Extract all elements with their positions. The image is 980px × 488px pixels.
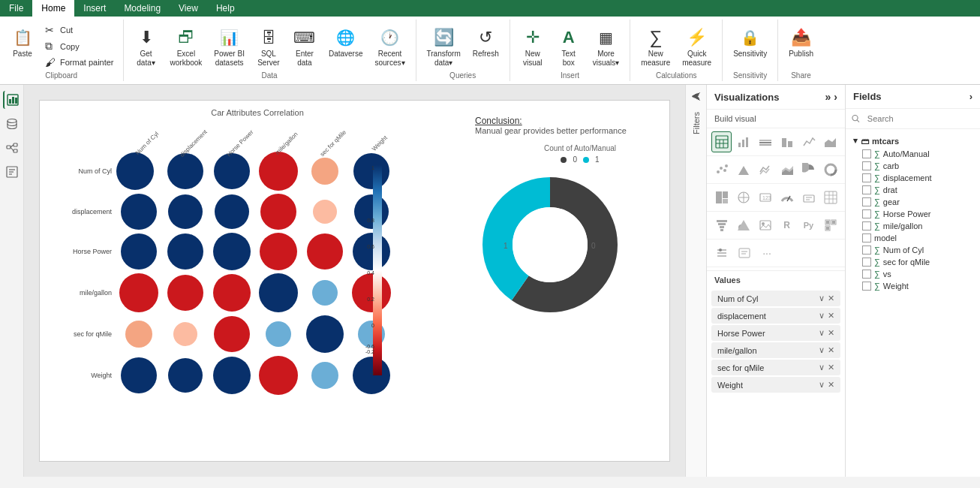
text-box-button[interactable]: A Textbox — [552, 23, 585, 71]
get-data-button[interactable]: ⬇ Getdata▾ — [130, 23, 163, 71]
viz-value-close-0[interactable]: ✕ — [828, 294, 834, 303]
viz-value-close-5[interactable]: ✕ — [828, 380, 834, 390]
new-visual-button[interactable]: ✛ Newvisual — [516, 23, 549, 71]
tab-modeling[interactable]: Modeling — [115, 0, 170, 17]
viz-btn-mountain[interactable] — [733, 159, 753, 180]
viz-btn-pie[interactable] — [798, 159, 819, 180]
viz-btn-bar[interactable] — [733, 131, 753, 152]
fields-item-5[interactable]: ∑ Horse Power — [850, 208, 975, 220]
viz-btn-funnel[interactable] — [711, 215, 732, 236]
fields-checkbox-3[interactable] — [862, 185, 871, 194]
fields-item-8[interactable]: ∑ Num of Cyl — [850, 244, 975, 256]
fields-item-7[interactable]: model — [850, 232, 975, 244]
fields-item-1[interactable]: ∑ carb — [850, 160, 975, 172]
fields-checkbox-8[interactable] — [862, 246, 871, 255]
viz-expand-btn[interactable]: » — [825, 91, 831, 103]
fields-checkbox-7[interactable] — [862, 233, 871, 242]
viz-btn-line2[interactable] — [755, 159, 775, 180]
fields-checkbox-11[interactable] — [862, 282, 871, 291]
fields-checkbox-4[interactable] — [862, 197, 871, 206]
sidebar-icon-dax[interactable] — [3, 163, 21, 181]
viz-btn-shape[interactable] — [733, 215, 753, 236]
viz-value-close-2[interactable]: ✕ — [828, 328, 834, 338]
fields-checkbox-2[interactable] — [862, 173, 871, 182]
fields-checkbox-9[interactable] — [862, 258, 871, 267]
dataverse-button[interactable]: 🌐 Dataverse — [324, 23, 368, 62]
format-painter-button[interactable]: 🖌 Format painter — [42, 55, 117, 70]
viz-btn-smart-narr[interactable] — [734, 242, 755, 264]
viz-btn-image[interactable] — [755, 215, 775, 236]
viz-value-chevron-2[interactable]: ∨ — [819, 328, 825, 338]
fields-item-9[interactable]: ∑ sec for qMile — [850, 256, 975, 268]
fields-checkbox-5[interactable] — [862, 209, 871, 218]
fields-expand-icon[interactable]: › — [969, 91, 972, 102]
fields-item-6[interactable]: ∑ mile/gallon — [850, 220, 975, 232]
transform-data-button[interactable]: 🔄 Transformdata▾ — [422, 23, 465, 71]
viz-value-chevron-3[interactable]: ∨ — [819, 345, 825, 355]
viz-close-btn[interactable]: › — [834, 91, 837, 103]
viz-btn-line[interactable] — [798, 131, 819, 152]
viz-value-close-4[interactable]: ✕ — [828, 363, 834, 372]
viz-btn-matrix[interactable] — [820, 187, 840, 208]
fields-checkbox-10[interactable] — [862, 270, 871, 279]
new-measure-button[interactable]: ∑ Newmeasure — [636, 23, 675, 71]
viz-value-chevron-4[interactable]: ∨ — [819, 363, 825, 372]
viz-value-chevron-1[interactable]: ∨ — [819, 311, 825, 321]
viz-btn-column[interactable] — [777, 131, 797, 152]
viz-value-close-3[interactable]: ✕ — [828, 345, 834, 355]
fields-item-11[interactable]: ∑ Weight — [850, 280, 975, 292]
viz-btn-more[interactable]: ··· — [756, 242, 777, 264]
enter-data-button[interactable]: ⌨ Enterdata — [288, 23, 321, 71]
viz-value-chevron-5[interactable]: ∨ — [819, 380, 825, 390]
viz-btn-r[interactable]: R — [777, 215, 797, 236]
copy-button[interactable]: ⧉ Copy — [42, 38, 117, 54]
powerbi-datasets-button[interactable]: 📊 Power BIdatasets — [209, 23, 249, 71]
fields-item-0[interactable]: ∑ Auto/Manual — [850, 148, 975, 160]
sidebar-icon-report[interactable] — [3, 91, 21, 109]
sensitivity-button[interactable]: 🔒 Sensitivity — [729, 23, 771, 62]
viz-btn-qr[interactable] — [820, 215, 840, 236]
viz-btn-stacked-bar[interactable] — [755, 131, 775, 152]
fields-group-header[interactable]: ▾ 🗃 mtcars — [850, 134, 975, 148]
viz-value-close-1[interactable]: ✕ — [828, 311, 834, 321]
viz-btn-python[interactable]: Py — [798, 215, 819, 236]
viz-btn-slicer[interactable] — [711, 242, 732, 264]
viz-btn-treemap[interactable] — [711, 187, 732, 208]
fields-checkbox-1[interactable] — [862, 161, 871, 170]
fields-item-4[interactable]: ∑ gear — [850, 196, 975, 208]
viz-btn-scatter[interactable] — [711, 159, 732, 180]
viz-btn-table[interactable] — [711, 131, 732, 152]
filter-expand-icon[interactable]: ⮜ — [687, 88, 705, 106]
fields-item-3[interactable]: ∑ drat — [850, 184, 975, 196]
tab-view[interactable]: View — [170, 0, 207, 17]
paste-button[interactable]: 📋 Paste — [6, 23, 39, 62]
viz-btn-card[interactable]: 123 — [755, 187, 775, 208]
fields-item-2[interactable]: ∑ displacement — [850, 172, 975, 184]
fields-checkbox-6[interactable] — [862, 221, 871, 230]
sidebar-icon-model[interactable] — [3, 139, 21, 157]
fields-checkbox-0[interactable] — [862, 149, 871, 158]
recent-sources-button[interactable]: 🕐 Recentsources▾ — [371, 23, 410, 71]
viz-btn-gauge[interactable] — [777, 187, 797, 208]
sidebar-icon-data[interactable] — [3, 115, 21, 133]
fields-search-input[interactable] — [863, 112, 974, 125]
viz-btn-area2[interactable] — [777, 159, 797, 180]
viz-value-chevron-0[interactable]: ∨ — [819, 294, 825, 303]
tab-insert[interactable]: Insert — [74, 0, 115, 17]
quick-measure-button[interactable]: ⚡ Quickmeasure — [678, 23, 716, 71]
refresh-button[interactable]: ↺ Refresh — [468, 23, 504, 62]
publish-button[interactable]: 📤 Publish — [784, 23, 818, 62]
more-visuals-button[interactable]: ▦ Morevisuals▾ — [588, 23, 624, 71]
excel-button[interactable]: 🗗 Excelworkbook — [166, 23, 207, 71]
tab-help[interactable]: Help — [207, 0, 244, 17]
viz-btn-kpi[interactable] — [798, 187, 819, 208]
viz-btn-donut[interactable] — [820, 159, 840, 180]
fields-item-10[interactable]: ∑ vs — [850, 268, 975, 280]
viz-btn-map[interactable] — [733, 187, 753, 208]
sql-server-button[interactable]: 🗄 SQLServer — [252, 23, 285, 71]
tab-file[interactable]: File — [0, 0, 32, 17]
viz-btn-area[interactable] — [820, 131, 840, 152]
cut-button[interactable]: ✂ Cut — [42, 23, 117, 38]
filters-label[interactable]: Filters — [692, 106, 701, 140]
tab-home[interactable]: Home — [32, 0, 74, 17]
